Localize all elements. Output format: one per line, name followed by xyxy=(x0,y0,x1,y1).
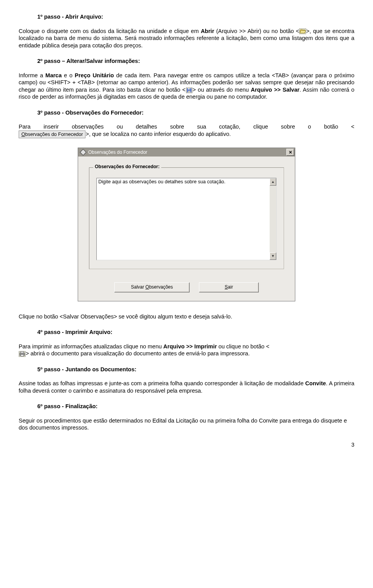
step1-title: 1º passo - Abrir Arquivo: xyxy=(37,13,354,21)
text: bservações do Fornecedor xyxy=(25,132,83,137)
step2-paragraph: Informe a Marca e o Preço Unitário de ca… xyxy=(19,72,354,101)
dialog-titlebar: Observações do Fornecedor ✕ xyxy=(78,148,295,157)
step4-paragraph: Para imprimir as informações atualizadas… xyxy=(19,343,354,357)
scroll-up-icon[interactable]: ▲ xyxy=(270,178,276,186)
text: Para imprimir as informações atualizadas… xyxy=(19,343,163,350)
text: > ou através do menu xyxy=(193,87,251,93)
dialog-icon xyxy=(80,149,87,155)
dialog-title: Observações do Fornecedor xyxy=(88,150,286,155)
text-bold: Abrir xyxy=(201,28,214,34)
text-bold: Preço Unitário xyxy=(75,72,114,78)
scroll-down-icon[interactable]: ▼ xyxy=(270,252,276,260)
text-bold: Arquivo >> Salvar xyxy=(251,87,299,93)
svg-rect-8 xyxy=(21,351,24,353)
observacoes-fornecedor-button[interactable]: Observações do Fornecedor xyxy=(19,130,85,138)
text: e o xyxy=(62,72,75,78)
step6-title: 6º passo - Finalização: xyxy=(37,403,354,410)
text: bservações xyxy=(149,284,173,290)
after-dialog-text: Clique no botão <Salvar Observações> se … xyxy=(19,313,354,320)
text: Coloque o disquete com os dados da licit… xyxy=(19,28,201,34)
step5-paragraph: Assine todas as folhas impressas e junte… xyxy=(19,380,354,394)
step3-title: 3º passo - Observações do Fornecedor: xyxy=(37,109,354,117)
step3-paragraph: Para inserir observações ou detalhes sob… xyxy=(19,123,354,138)
text-bold: Arquivo >> Imprimir xyxy=(163,343,217,350)
svg-rect-5 xyxy=(190,88,190,89)
step2-title: 2º passo – Alterar/Salvar informações: xyxy=(37,57,354,65)
scrollbar[interactable]: ▲ ▼ xyxy=(270,178,276,260)
page-number: 3 xyxy=(19,442,354,449)
text: ou clique no botão < xyxy=(217,343,269,350)
text: Assine todas as folhas impressas e junte… xyxy=(19,380,305,386)
observacoes-dialog: Observações do Fornecedor ✕ Observações … xyxy=(78,148,295,301)
text: (Arquivo >> Abrir) ou no botão < xyxy=(214,28,299,34)
step5-title: 5º passo - Juntando os Documentos: xyxy=(37,366,354,373)
text: air xyxy=(228,284,233,290)
text: Salvar xyxy=(131,284,145,290)
text-bold: Marca xyxy=(45,72,62,78)
print-icon xyxy=(19,351,26,357)
text: O xyxy=(145,284,149,290)
svg-marker-6 xyxy=(80,149,86,155)
text-bold: Convite xyxy=(305,380,326,386)
text: O xyxy=(21,132,25,137)
svg-rect-4 xyxy=(188,90,190,92)
text: >, que se localiza no canto inferior esq… xyxy=(85,131,231,137)
textarea-content: Digite aqui as observações ou detalhes s… xyxy=(97,178,270,260)
svg-rect-10 xyxy=(21,355,24,356)
group-label: Observações do Fornecedor: xyxy=(93,164,161,170)
text: > abrirá o documento para visualização d… xyxy=(26,350,250,357)
salvar-observacoes-button[interactable]: Salvar Observações xyxy=(114,282,190,292)
sair-button[interactable]: Sair xyxy=(199,282,259,292)
observacoes-textarea[interactable]: Digite aqui as observações ou detalhes s… xyxy=(96,178,277,260)
step4-title: 4º passo - Imprimir Arquivo: xyxy=(37,329,354,336)
text: Para inserir observações ou detalhes sob… xyxy=(19,123,354,130)
open-folder-icon xyxy=(299,28,306,34)
step6-paragraph: Seguir os procedimentos que estão determ… xyxy=(19,417,354,431)
step1-paragraph: Coloque o disquete com os dados da licit… xyxy=(19,28,354,49)
observacoes-group: Observações do Fornecedor: Digite aqui a… xyxy=(89,167,284,269)
close-icon[interactable]: ✕ xyxy=(286,149,294,156)
save-floppy-icon xyxy=(186,87,193,93)
text: Informe a xyxy=(19,72,45,78)
